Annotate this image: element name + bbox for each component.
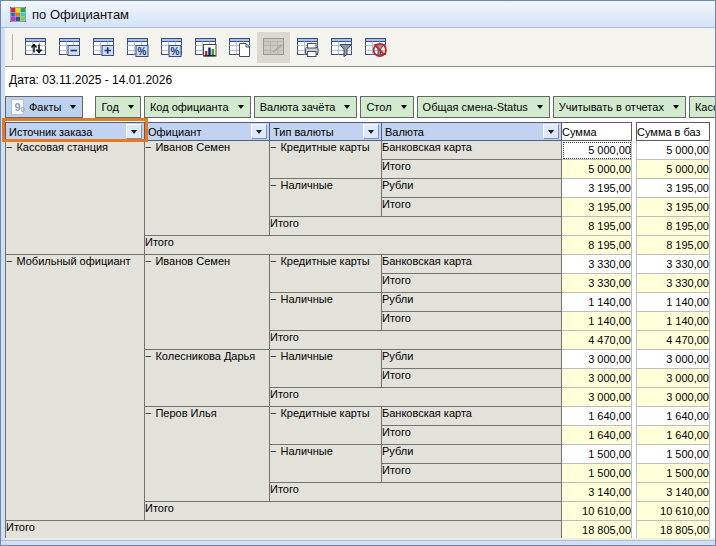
column-header-sum[interactable]: Сумма: [562, 123, 632, 141]
value-cell-sum[interactable]: 1 140,00: [562, 293, 632, 312]
row-label-cell[interactable]: −Кредитные карты: [270, 407, 382, 445]
value-cell-sum-base[interactable]: 3 140,00: [637, 483, 710, 502]
row-label-cell[interactable]: Банковская карта: [382, 141, 562, 160]
value-cell-sum-base[interactable]: 3 000,00: [637, 388, 710, 407]
value-cell-sum-base[interactable]: 1 500,00: [637, 445, 710, 464]
column-header-sum-base[interactable]: Сумма в баз: [637, 123, 710, 141]
row-label-cell[interactable]: Итого: [270, 483, 562, 502]
value-cell-sum[interactable]: 3 000,00: [562, 350, 632, 369]
value-cell-sum[interactable]: 1 140,00: [562, 312, 632, 331]
value-cell-sum[interactable]: 8 195,00: [562, 236, 632, 255]
toolbar-button-filter-clear[interactable]: [359, 32, 392, 63]
row-label-cell[interactable]: Рубли: [382, 179, 562, 198]
row-label-cell[interactable]: Итого: [382, 312, 562, 331]
collapse-icon[interactable]: −: [6, 141, 12, 153]
value-cell-sum-base[interactable]: 18 805,00: [637, 521, 710, 540]
collapse-icon[interactable]: −: [270, 293, 276, 305]
value-cell-sum[interactable]: 5 000,00: [562, 141, 632, 160]
row-label-cell[interactable]: Итого: [145, 502, 562, 521]
value-cell-sum-base[interactable]: 8 195,00: [637, 217, 710, 236]
value-cell-sum-base[interactable]: 3 000,00: [637, 350, 710, 369]
toolbar-button-transpose[interactable]: [19, 32, 52, 63]
row-label-cell[interactable]: Итого: [382, 160, 562, 179]
row-label-cell[interactable]: −Наличные: [270, 293, 382, 331]
row-label-cell[interactable]: −Кредитные карты: [270, 255, 382, 293]
value-cell-sum[interactable]: 3 330,00: [562, 274, 632, 293]
filter-chip-offset-currency[interactable]: Валюта зачёта: [254, 96, 358, 118]
value-cell-sum-base[interactable]: 3 330,00: [637, 255, 710, 274]
row-label-cell[interactable]: Итого: [145, 236, 562, 255]
dropdown-button[interactable]: [126, 124, 142, 139]
value-cell-sum-base[interactable]: 8 195,00: [637, 236, 710, 255]
row-label-cell[interactable]: −Мобильный официант: [6, 255, 145, 521]
toolbar-button-percent-by-column[interactable]: %: [121, 32, 154, 63]
dropdown-button[interactable]: [251, 124, 267, 139]
collapse-icon[interactable]: −: [145, 141, 151, 153]
value-cell-sum[interactable]: 3 195,00: [562, 198, 632, 217]
value-cell-sum[interactable]: 3 000,00: [562, 388, 632, 407]
value-cell-sum-base[interactable]: 1 500,00: [637, 464, 710, 483]
toolbar-button-expand[interactable]: [87, 32, 120, 63]
collapse-icon[interactable]: −: [145, 350, 151, 362]
toolbar-button-filter[interactable]: [325, 32, 358, 63]
row-label-cell[interactable]: Итого: [270, 217, 562, 236]
value-cell-sum[interactable]: 1 500,00: [562, 445, 632, 464]
filter-chip-common-shift-status[interactable]: Общая смена-Status: [417, 96, 550, 118]
row-label-cell[interactable]: −Иванов Семен: [145, 141, 270, 236]
collapse-icon[interactable]: −: [145, 255, 151, 267]
row-label-cell[interactable]: Рубли: [382, 445, 562, 464]
row-label-cell[interactable]: Итого: [382, 369, 562, 388]
row-label-cell[interactable]: Итого: [270, 331, 562, 350]
row-label-cell[interactable]: −Кассовая станция: [6, 141, 145, 255]
collapse-icon[interactable]: −: [270, 179, 276, 191]
value-cell-sum-base[interactable]: 3 195,00: [637, 198, 710, 217]
value-cell-sum[interactable]: 3 000,00: [562, 369, 632, 388]
row-label-cell[interactable]: −Наличные: [270, 179, 382, 217]
column-header-currency[interactable]: Валюта: [382, 123, 562, 141]
dropdown-button[interactable]: [363, 124, 379, 139]
value-cell-sum[interactable]: 8 195,00: [562, 217, 632, 236]
value-cell-sum-base[interactable]: 3 000,00: [637, 369, 710, 388]
filter-chip-include-in-reports[interactable]: Учитывать в отчетах: [553, 96, 686, 118]
collapse-icon[interactable]: −: [6, 255, 12, 267]
dropdown-button[interactable]: [543, 124, 559, 139]
value-cell-sum-base[interactable]: 5 000,00: [637, 141, 710, 160]
row-label-cell[interactable]: Итого: [382, 464, 562, 483]
row-label-cell[interactable]: Банковская карта: [382, 407, 562, 426]
row-label-cell[interactable]: Итого: [382, 274, 562, 293]
value-cell-sum-base[interactable]: 1 640,00: [637, 407, 710, 426]
filter-chip-waiter-code[interactable]: Код официанта: [144, 96, 251, 118]
value-cell-sum-base[interactable]: 1 140,00: [637, 312, 710, 331]
collapse-icon[interactable]: −: [270, 445, 276, 457]
value-cell-sum[interactable]: 3 140,00: [562, 483, 632, 502]
value-cell-sum-base[interactable]: 4 470,00: [637, 331, 710, 350]
toolbar-button-export[interactable]: [223, 32, 256, 63]
column-header-order-source[interactable]: Источник заказа: [6, 123, 145, 141]
row-label-cell[interactable]: −Колесникова Дарья: [145, 350, 270, 407]
value-cell-sum[interactable]: 5 000,00: [562, 160, 632, 179]
collapse-icon[interactable]: −: [270, 407, 276, 419]
toolbar-button-percent-by-row[interactable]: %: [155, 32, 188, 63]
collapse-icon[interactable]: −: [145, 407, 151, 419]
row-label-cell[interactable]: −Кредитные карты: [270, 141, 382, 179]
row-label-cell[interactable]: −Наличные: [270, 445, 382, 483]
value-cell-sum[interactable]: 3 195,00: [562, 179, 632, 198]
row-label-cell[interactable]: −Наличные: [270, 350, 382, 388]
value-cell-sum-base[interactable]: 10 610,00: [637, 502, 710, 521]
collapse-icon[interactable]: −: [270, 141, 276, 153]
row-label-cell[interactable]: −Перов Илья: [145, 407, 270, 502]
value-cell-sum[interactable]: 10 610,00: [562, 502, 632, 521]
value-cell-sum[interactable]: 1 640,00: [562, 407, 632, 426]
value-cell-sum-base[interactable]: 1 640,00: [637, 426, 710, 445]
toolbar-button-print[interactable]: [291, 32, 324, 63]
filter-chip-year[interactable]: Год: [95, 96, 141, 118]
row-label-cell[interactable]: Итого: [382, 426, 562, 445]
row-label-cell[interactable]: Рубли: [382, 350, 562, 369]
column-header-currency-type[interactable]: Тип валюты: [270, 123, 382, 141]
toolbar-button-collapse[interactable]: [53, 32, 86, 63]
filter-chip-cash-station[interactable]: Кассо: [689, 96, 716, 118]
value-cell-sum-base[interactable]: 1 140,00: [637, 293, 710, 312]
filter-chip-facts[interactable]: 90Факты: [5, 96, 83, 118]
collapse-icon[interactable]: −: [270, 350, 276, 362]
row-label-cell[interactable]: Банковская карта: [382, 255, 562, 274]
